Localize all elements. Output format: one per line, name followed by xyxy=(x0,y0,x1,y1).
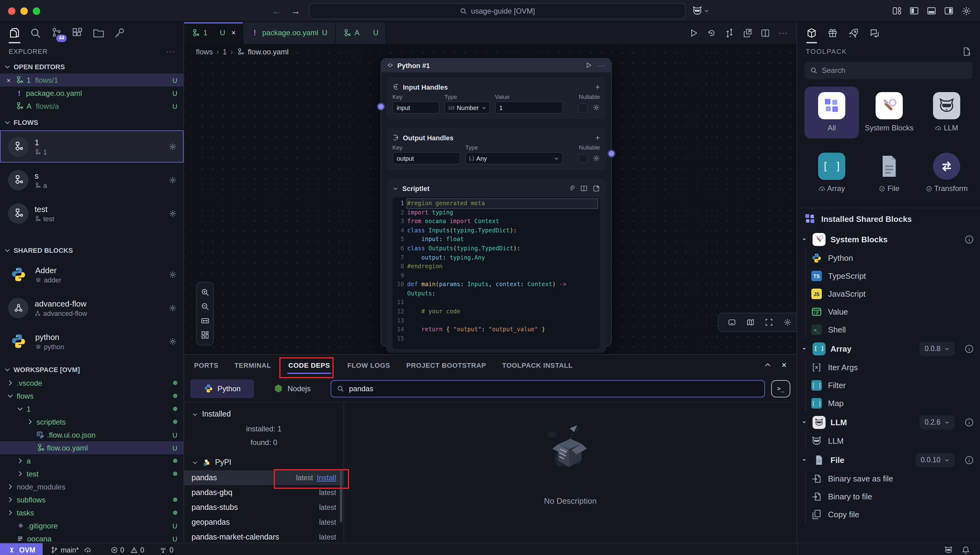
group-llm[interactable]: LLM 0.2.6 xyxy=(797,412,980,432)
export-share-icon[interactable] xyxy=(743,29,752,38)
version-select[interactable]: 0.0.10 xyxy=(916,453,955,467)
compare-changes-icon[interactable] xyxy=(725,29,734,38)
flow-card-test[interactable]: test test xyxy=(0,197,184,229)
code-line[interactable]: 1#region generated meta xyxy=(394,199,597,208)
workspace-tree-row[interactable]: node_modules xyxy=(0,480,184,493)
shared-blocks-section-header[interactable]: SHARED BLOCKS xyxy=(0,243,184,257)
panel-tab-ports[interactable]: PORTS xyxy=(194,362,218,369)
group-file[interactable]: File 0.0.10 xyxy=(797,450,980,470)
tab-package-oo-yaml[interactable]: ! package.oo.yaml U xyxy=(244,22,336,44)
toggle-sidebar-right-icon[interactable] xyxy=(944,6,953,16)
panel-tab-terminal[interactable]: TERMINAL xyxy=(234,362,271,369)
workspace-tree-row[interactable]: 1 xyxy=(0,403,184,415)
shared-block-adder[interactable]: Adder adder xyxy=(0,258,184,290)
block-settings-gear-icon[interactable] xyxy=(169,304,177,312)
workspace-tree-row[interactable]: .flow.ui.oo.jsonU xyxy=(0,428,184,441)
ports-indicator[interactable]: 0 xyxy=(160,546,174,553)
code-line[interactable]: 7 output: typing.Any xyxy=(394,253,597,262)
tile-all[interactable]: All xyxy=(804,87,859,138)
toggle-panel-bottom-icon[interactable] xyxy=(927,6,936,16)
block-item-typescript[interactable]: TSTypeScript xyxy=(806,267,980,285)
toolpack-search-box[interactable]: Search xyxy=(804,62,973,79)
rocket-icon[interactable] xyxy=(849,27,859,38)
panel-tab-toolpack-install[interactable]: TOOLPACK INSTALL xyxy=(502,362,572,369)
flows-section-header[interactable]: FLOWS xyxy=(0,115,184,129)
input-value-field[interactable] xyxy=(495,102,563,114)
close-tab-icon[interactable]: × xyxy=(231,29,236,37)
version-select[interactable]: 0.2.6 xyxy=(920,415,955,429)
block-item-copy-file[interactable]: Copy file xyxy=(806,505,980,523)
workspace-tree-row[interactable]: a xyxy=(0,454,184,467)
history-forward-icon[interactable]: → xyxy=(291,6,300,16)
panel-tab-project-bootstrap[interactable]: PROJECT BOOTSTRAP xyxy=(406,362,486,369)
add-input-handle-button[interactable]: + xyxy=(595,82,600,92)
block-item-map[interactable]: [ ]Map xyxy=(806,394,980,412)
maximize-window-button[interactable] xyxy=(33,7,40,14)
code-line[interactable]: 14 return { "output": "output_value" } xyxy=(394,326,597,334)
panel-tab-code-deps[interactable]: CODE DEPS xyxy=(287,357,331,374)
input-type-select[interactable]: 123 Number xyxy=(444,102,490,114)
open-editor-item[interactable]: A flows/a U xyxy=(0,99,184,112)
group-system-blocks[interactable]: System Blocks xyxy=(797,229,980,249)
flow-settings-gear-icon[interactable] xyxy=(169,209,177,217)
flow-settings-gear-icon[interactable] xyxy=(169,176,177,184)
pypi-group-header[interactable]: PyPI xyxy=(184,455,344,471)
node-more-icon[interactable]: ··· xyxy=(597,62,605,69)
open-terminal-button[interactable]: >_ xyxy=(771,380,790,398)
block-item-binary-save-as-file[interactable]: Binary save as file xyxy=(806,470,980,488)
history-back-icon[interactable]: ← xyxy=(272,6,281,16)
runtime-python-button[interactable]: Python xyxy=(190,380,254,398)
input-connector-dot[interactable] xyxy=(377,103,385,111)
workspace-tree-row[interactable]: .gitignoreU xyxy=(0,519,184,532)
split-editor-icon[interactable] xyxy=(761,29,770,38)
tile-transform[interactable]: Transform xyxy=(919,147,974,199)
assistant-raccoon-icon[interactable] xyxy=(944,545,953,554)
workspace-tree-row[interactable]: subflows xyxy=(0,493,184,506)
output-connector-dot[interactable] xyxy=(607,149,615,157)
customize-layout-icon[interactable] xyxy=(892,6,902,16)
remote-indicator[interactable]: OVM xyxy=(0,543,43,555)
tab-flow-a[interactable]: A U xyxy=(336,22,386,44)
runtime-nodejs-button[interactable]: Nodejs xyxy=(261,380,324,398)
reader-book-icon[interactable] xyxy=(580,185,588,192)
tile-array[interactable]: [ ] Array xyxy=(804,147,859,199)
workspace-tree-row[interactable]: flow.oo.yamlU xyxy=(0,441,184,454)
workspace-tree-row[interactable]: oocanaU xyxy=(0,532,184,543)
collapse-icon[interactable] xyxy=(392,185,399,192)
open-editor-item[interactable]: ! package.oo.yaml U xyxy=(0,87,184,99)
problems-indicator[interactable]: 0 0 xyxy=(110,546,144,553)
new-toolpack-icon[interactable] xyxy=(962,47,971,56)
add-output-handle-button[interactable]: + xyxy=(595,133,600,143)
installed-group-header[interactable]: Installed xyxy=(184,406,344,422)
package-search-input[interactable] xyxy=(347,384,759,394)
input-key-field[interactable] xyxy=(392,102,439,114)
block-settings-gear-icon[interactable] xyxy=(169,337,177,345)
toolpack-cube-icon[interactable] xyxy=(806,27,817,43)
output-key-field[interactable] xyxy=(392,152,460,165)
folder-icon[interactable] xyxy=(93,27,104,38)
maximize-panel-icon[interactable] xyxy=(764,361,772,369)
workspace-section-header[interactable]: WORKSPACE [OVM] xyxy=(0,362,184,376)
zoom-out-icon[interactable] xyxy=(200,302,209,311)
flow-card-1[interactable]: 1 1 xyxy=(0,130,184,162)
close-window-button[interactable] xyxy=(8,7,16,14)
package-row[interactable]: pandas-stubslatest xyxy=(184,500,344,515)
notifications-bell-icon[interactable] xyxy=(961,545,970,554)
tab-flow-1[interactable]: 1 U × xyxy=(184,22,244,44)
assistant-raccoon-icon[interactable] xyxy=(692,6,703,16)
group-array[interactable]: [ ] Array 0.0.8 xyxy=(797,339,980,358)
tile-file[interactable]: File xyxy=(862,147,916,199)
flow-canvas[interactable]: flows › 1 › flow.oo.yaml Python #1 xyxy=(184,44,796,354)
code-line[interactable]: 2import typing xyxy=(394,208,597,217)
output-type-select[interactable]: {..} Any xyxy=(465,152,563,165)
canvas-settings-gear-icon[interactable] xyxy=(783,318,791,326)
block-item-filter[interactable]: [ ]Filter xyxy=(806,376,980,394)
block-item-binary-to-file[interactable]: Binary to file xyxy=(806,488,980,505)
minimap-icon[interactable] xyxy=(746,318,754,326)
auto-layout-icon[interactable] xyxy=(200,330,209,339)
info-icon[interactable] xyxy=(964,234,974,244)
close-editor-icon[interactable]: × xyxy=(5,76,12,84)
flows-view-icon[interactable]: 44 xyxy=(51,27,62,38)
open-editor-item[interactable]: × 1 flows/1 U xyxy=(0,74,184,87)
install-link[interactable]: Install xyxy=(317,474,336,482)
